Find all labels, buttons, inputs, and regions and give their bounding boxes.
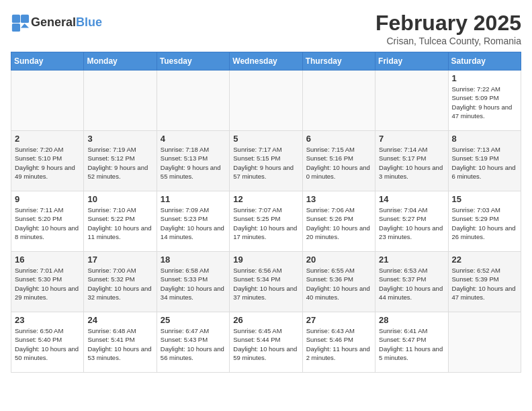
day-info: Sunrise: 7:11 AM Sunset: 5:20 PM Dayligh… [15, 205, 80, 241]
calendar-cell [84, 71, 157, 131]
day-info: Sunrise: 7:22 AM Sunset: 5:09 PM Dayligh… [452, 85, 517, 120]
day-number: 17 [87, 255, 152, 265]
day-number: 18 [161, 255, 226, 265]
calendar-cell: 7Sunrise: 7:14 AM Sunset: 5:17 PM Daylig… [375, 131, 448, 191]
logo-general: General [31, 15, 76, 29]
day-number: 23 [15, 315, 80, 325]
day-number: 7 [379, 134, 444, 144]
logo: GeneralBlue [11, 13, 102, 32]
day-info: Sunrise: 7:14 AM Sunset: 5:17 PM Dayligh… [379, 145, 444, 181]
day-info: Sunrise: 7:00 AM Sunset: 5:32 PM Dayligh… [87, 266, 152, 302]
calendar-cell: 21Sunrise: 6:53 AM Sunset: 5:37 PM Dayli… [375, 252, 448, 312]
calendar-cell: 25Sunrise: 6:47 AM Sunset: 5:43 PM Dayli… [157, 312, 229, 373]
day-info: Sunrise: 7:01 AM Sunset: 5:30 PM Dayligh… [15, 266, 80, 302]
weekday-header-saturday: Saturday [448, 52, 521, 71]
day-number: 5 [233, 134, 298, 144]
day-number: 26 [233, 315, 298, 325]
calendar-cell [448, 312, 521, 373]
day-number: 15 [452, 194, 517, 204]
calendar-cell: 10Sunrise: 7:10 AM Sunset: 5:22 PM Dayli… [84, 191, 157, 252]
day-number: 3 [87, 134, 152, 144]
calendar-week-2: 2Sunrise: 7:20 AM Sunset: 5:10 PM Daylig… [11, 131, 521, 191]
day-info: Sunrise: 7:04 AM Sunset: 5:27 PM Dayligh… [379, 205, 444, 241]
day-number: 13 [306, 194, 371, 204]
day-number: 12 [233, 194, 298, 204]
calendar-cell: 12Sunrise: 7:07 AM Sunset: 5:25 PM Dayli… [230, 191, 302, 252]
calendar-cell: 4Sunrise: 7:18 AM Sunset: 5:13 PM Daylig… [157, 131, 229, 191]
calendar-cell: 1Sunrise: 7:22 AM Sunset: 5:09 PM Daylig… [448, 71, 521, 131]
weekday-header-monday: Monday [84, 52, 157, 71]
location-title: Crisan, Tulcea County, Romania [375, 36, 521, 46]
day-info: Sunrise: 7:10 AM Sunset: 5:22 PM Dayligh… [87, 205, 152, 241]
calendar-cell: 5Sunrise: 7:17 AM Sunset: 5:15 PM Daylig… [230, 131, 302, 191]
calendar-cell: 2Sunrise: 7:20 AM Sunset: 5:10 PM Daylig… [11, 131, 84, 191]
logo-icon [11, 13, 30, 32]
day-info: Sunrise: 6:50 AM Sunset: 5:40 PM Dayligh… [15, 326, 80, 362]
day-number: 14 [379, 194, 444, 204]
day-number: 11 [161, 194, 226, 204]
day-info: Sunrise: 6:56 AM Sunset: 5:34 PM Dayligh… [233, 266, 298, 302]
calendar-cell: 9Sunrise: 7:11 AM Sunset: 5:20 PM Daylig… [11, 191, 84, 252]
day-info: Sunrise: 7:18 AM Sunset: 5:13 PM Dayligh… [161, 145, 226, 181]
weekday-header-sunday: Sunday [11, 52, 84, 71]
day-number: 9 [15, 194, 80, 204]
day-number: 19 [233, 255, 298, 265]
calendar-cell: 6Sunrise: 7:15 AM Sunset: 5:16 PM Daylig… [302, 131, 375, 191]
calendar-cell: 14Sunrise: 7:04 AM Sunset: 5:27 PM Dayli… [375, 191, 448, 252]
calendar-week-4: 16Sunrise: 7:01 AM Sunset: 5:30 PM Dayli… [11, 252, 521, 312]
calendar-cell: 16Sunrise: 7:01 AM Sunset: 5:30 PM Dayli… [11, 252, 84, 312]
day-number: 8 [452, 134, 517, 144]
calendar-cell: 27Sunrise: 6:43 AM Sunset: 5:46 PM Dayli… [302, 312, 375, 373]
svg-rect-1 [21, 15, 29, 23]
weekday-header-thursday: Thursday [302, 52, 375, 71]
svg-marker-3 [21, 24, 29, 28]
day-number: 24 [87, 315, 152, 325]
day-info: Sunrise: 7:06 AM Sunset: 5:26 PM Dayligh… [306, 205, 371, 241]
calendar-table: SundayMondayTuesdayWednesdayThursdayFrid… [11, 52, 521, 373]
calendar-cell [157, 71, 229, 131]
day-info: Sunrise: 6:58 AM Sunset: 5:33 PM Dayligh… [161, 266, 226, 302]
day-info: Sunrise: 6:55 AM Sunset: 5:36 PM Dayligh… [306, 266, 371, 302]
day-info: Sunrise: 7:15 AM Sunset: 5:16 PM Dayligh… [306, 145, 371, 181]
calendar-cell [11, 71, 84, 131]
day-info: Sunrise: 6:48 AM Sunset: 5:41 PM Dayligh… [87, 326, 152, 362]
page-header: GeneralBlue February 2025 Crisan, Tulcea… [11, 11, 521, 46]
day-info: Sunrise: 7:07 AM Sunset: 5:25 PM Dayligh… [233, 205, 298, 241]
day-number: 25 [161, 315, 226, 325]
day-number: 20 [306, 255, 371, 265]
day-info: Sunrise: 6:47 AM Sunset: 5:43 PM Dayligh… [161, 326, 226, 362]
day-number: 4 [161, 134, 226, 144]
calendar-cell: 22Sunrise: 6:52 AM Sunset: 5:39 PM Dayli… [448, 252, 521, 312]
calendar-week-3: 9Sunrise: 7:11 AM Sunset: 5:20 PM Daylig… [11, 191, 521, 252]
day-number: 28 [379, 315, 444, 325]
day-number: 1 [452, 73, 517, 83]
day-info: Sunrise: 6:45 AM Sunset: 5:44 PM Dayligh… [233, 326, 298, 362]
calendar-cell: 20Sunrise: 6:55 AM Sunset: 5:36 PM Dayli… [302, 252, 375, 312]
calendar-header-row: SundayMondayTuesdayWednesdayThursdayFrid… [11, 52, 521, 71]
calendar-cell: 3Sunrise: 7:19 AM Sunset: 5:12 PM Daylig… [84, 131, 157, 191]
day-number: 16 [15, 255, 80, 265]
calendar-cell: 24Sunrise: 6:48 AM Sunset: 5:41 PM Dayli… [84, 312, 157, 373]
day-info: Sunrise: 6:41 AM Sunset: 5:47 PM Dayligh… [379, 326, 444, 362]
title-block: February 2025 Crisan, Tulcea County, Rom… [375, 11, 521, 46]
calendar-cell: 13Sunrise: 7:06 AM Sunset: 5:26 PM Dayli… [302, 191, 375, 252]
day-number: 10 [87, 194, 152, 204]
calendar-week-1: 1Sunrise: 7:22 AM Sunset: 5:09 PM Daylig… [11, 71, 521, 131]
calendar-cell: 8Sunrise: 7:13 AM Sunset: 5:19 PM Daylig… [448, 131, 521, 191]
month-title: February 2025 [375, 11, 521, 36]
svg-rect-0 [12, 15, 20, 23]
day-info: Sunrise: 7:13 AM Sunset: 5:19 PM Dayligh… [452, 145, 517, 181]
day-number: 21 [379, 255, 444, 265]
day-info: Sunrise: 7:20 AM Sunset: 5:10 PM Dayligh… [15, 145, 80, 181]
calendar-cell: 26Sunrise: 6:45 AM Sunset: 5:44 PM Dayli… [230, 312, 302, 373]
day-info: Sunrise: 7:17 AM Sunset: 5:15 PM Dayligh… [233, 145, 298, 181]
calendar-cell [375, 71, 448, 131]
calendar-cell: 17Sunrise: 7:00 AM Sunset: 5:32 PM Dayli… [84, 252, 157, 312]
day-info: Sunrise: 6:53 AM Sunset: 5:37 PM Dayligh… [379, 266, 444, 302]
svg-rect-2 [12, 24, 20, 32]
weekday-header-wednesday: Wednesday [230, 52, 302, 71]
calendar-cell: 23Sunrise: 6:50 AM Sunset: 5:40 PM Dayli… [11, 312, 84, 373]
calendar-cell: 15Sunrise: 7:03 AM Sunset: 5:29 PM Dayli… [448, 191, 521, 252]
calendar-cell: 19Sunrise: 6:56 AM Sunset: 5:34 PM Dayli… [230, 252, 302, 312]
day-info: Sunrise: 6:43 AM Sunset: 5:46 PM Dayligh… [306, 326, 371, 362]
